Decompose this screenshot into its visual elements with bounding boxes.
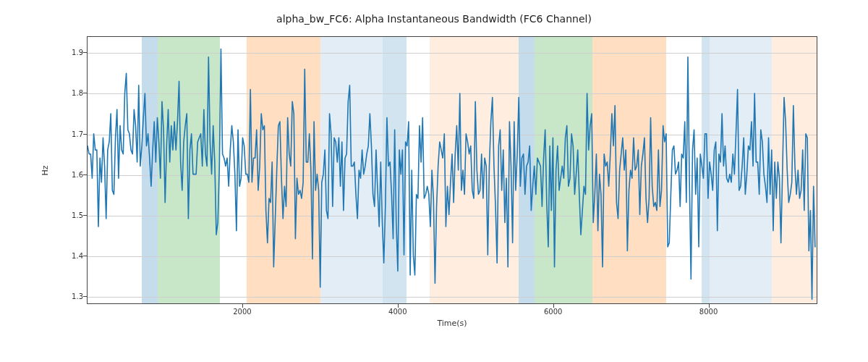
tick-mark bbox=[242, 304, 243, 308]
y-tick-label: 1.3 bbox=[54, 292, 83, 300]
y-tick-label: 1.7 bbox=[54, 130, 83, 138]
y-tick-label: 1.5 bbox=[54, 211, 83, 219]
chart-title: alpha_bw_FC6: Alpha Instantaneous Bandwi… bbox=[0, 13, 868, 25]
y-tick-label: 1.8 bbox=[54, 89, 83, 97]
tick-mark bbox=[83, 215, 87, 216]
y-tick-label: 1.6 bbox=[54, 170, 83, 178]
figure: alpha_bw_FC6: Alpha Instantaneous Bandwi… bbox=[0, 0, 868, 362]
y-axis-label: Hz bbox=[38, 36, 52, 304]
tick-mark bbox=[83, 52, 87, 53]
tick-mark bbox=[553, 304, 554, 308]
plot-area bbox=[87, 36, 817, 304]
tick-mark bbox=[83, 296, 87, 297]
tick-mark bbox=[709, 304, 710, 308]
x-tick-label: 4000 bbox=[376, 308, 420, 316]
line-series bbox=[88, 37, 817, 303]
x-axis-label: Time(s) bbox=[87, 319, 817, 328]
x-tick-label: 6000 bbox=[532, 308, 575, 316]
tick-mark bbox=[83, 134, 87, 135]
tick-mark bbox=[398, 304, 399, 308]
tick-mark bbox=[83, 256, 87, 256]
tick-mark bbox=[83, 174, 87, 175]
y-tick-label: 1.9 bbox=[54, 49, 83, 56]
series-line bbox=[88, 49, 815, 300]
tick-mark bbox=[83, 93, 87, 93]
x-tick-label: 2000 bbox=[221, 308, 264, 316]
x-tick-label: 8000 bbox=[687, 308, 731, 316]
y-tick-label: 1.4 bbox=[54, 251, 83, 259]
